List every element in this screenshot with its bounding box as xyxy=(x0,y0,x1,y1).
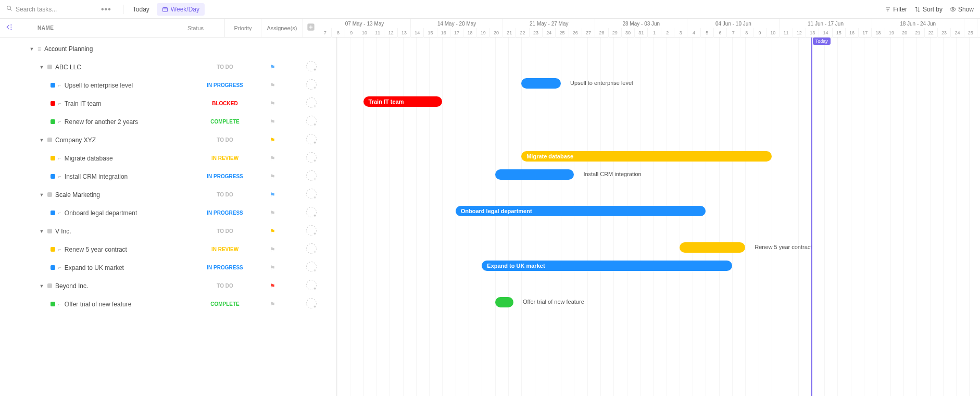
assignee-placeholder[interactable] xyxy=(306,207,317,217)
gantt-bar[interactable] xyxy=(521,78,561,89)
task-row[interactable]: ⌐ Migrate database IN REVIEW ⚑ xyxy=(0,149,336,167)
status-square[interactable] xyxy=(51,156,55,160)
status-square[interactable] xyxy=(47,229,52,233)
assignee-placeholder[interactable] xyxy=(306,116,317,126)
assignee-cell[interactable] xyxy=(291,134,332,146)
task-row[interactable]: ⌐ Expand to UK market IN PROGRESS ⚑ xyxy=(0,258,336,277)
gantt-bar[interactable]: Onboard legal department xyxy=(456,206,706,216)
status-cell[interactable]: IN PROGRESS xyxy=(196,82,254,88)
assignee-placeholder[interactable] xyxy=(306,262,317,272)
status-square[interactable] xyxy=(51,247,55,252)
assignee-cell[interactable] xyxy=(291,189,332,201)
status-square[interactable] xyxy=(51,101,55,106)
status-cell[interactable]: IN REVIEW xyxy=(196,155,254,161)
status-square[interactable] xyxy=(51,302,55,306)
task-row[interactable]: ⌐ Offer trial of new feature COMPLETE ⚑ xyxy=(0,295,336,313)
status-square[interactable] xyxy=(51,83,55,88)
assignee-cell[interactable] xyxy=(291,280,332,292)
assignee-cell[interactable] xyxy=(291,116,332,128)
search-input[interactable] xyxy=(16,6,83,13)
assignee-placeholder[interactable] xyxy=(306,225,317,236)
gantt-bar[interactable] xyxy=(495,297,513,307)
status-cell[interactable]: TO DO xyxy=(196,137,254,143)
assignee-cell[interactable] xyxy=(291,152,332,164)
priority-cell[interactable]: ⚑ xyxy=(254,301,291,308)
priority-cell[interactable]: ⚑ xyxy=(254,246,291,253)
flag-icon[interactable]: ⚑ xyxy=(270,100,275,107)
status-cell[interactable]: TO DO xyxy=(196,192,254,197)
priority-cell[interactable]: ⚑ xyxy=(254,264,291,271)
priority-cell[interactable]: ⚑ xyxy=(254,173,291,180)
status-square[interactable] xyxy=(47,283,52,288)
flag-icon[interactable]: ⚑ xyxy=(270,118,275,126)
status-cell[interactable]: COMPLETE xyxy=(196,301,254,307)
assignee-placeholder[interactable] xyxy=(306,189,317,199)
assignee-cell[interactable] xyxy=(291,298,332,310)
flag-icon[interactable]: ⚑ xyxy=(270,155,275,162)
assignee-cell[interactable] xyxy=(291,61,332,73)
flag-icon[interactable]: ⚑ xyxy=(270,137,275,144)
assignee-placeholder[interactable] xyxy=(306,61,317,71)
status-square[interactable] xyxy=(51,265,55,270)
priority-cell[interactable]: ⚑ xyxy=(254,191,291,199)
assignee-placeholder[interactable] xyxy=(306,97,317,108)
filter-button[interactable]: Filter xyxy=(885,6,907,13)
status-square[interactable] xyxy=(47,192,52,197)
assignee-placeholder[interactable] xyxy=(306,79,317,90)
caret-icon[interactable]: ▼ xyxy=(39,65,44,70)
priority-cell[interactable]: ⚑ xyxy=(254,137,291,144)
status-cell[interactable]: IN PROGRESS xyxy=(196,174,254,179)
assignee-cell[interactable] xyxy=(291,207,332,219)
today-button[interactable]: Today xyxy=(129,4,154,15)
priority-cell[interactable]: ⚑ xyxy=(254,155,291,162)
priority-cell[interactable]: ⚑ xyxy=(254,228,291,235)
task-row[interactable]: ⌐ Renew for another 2 years COMPLETE ⚑ xyxy=(0,113,336,131)
assignee-cell[interactable] xyxy=(291,170,332,182)
task-row[interactable]: ⌐ Renew 5 year contract IN REVIEW ⚑ xyxy=(0,240,336,258)
flag-icon[interactable]: ⚑ xyxy=(270,282,275,290)
show-button[interactable]: Show xyxy=(950,6,974,13)
gantt-bar[interactable]: Migrate database xyxy=(521,151,772,162)
flag-icon[interactable]: ⚑ xyxy=(270,82,275,89)
assignee-placeholder[interactable] xyxy=(306,243,317,254)
assignee-cell[interactable] xyxy=(291,97,332,109)
group-row[interactable]: ▼ V Inc. TO DO ⚑ xyxy=(0,222,336,240)
flag-icon[interactable]: ⚑ xyxy=(270,264,275,271)
priority-cell[interactable]: ⚑ xyxy=(254,82,291,89)
priority-cell[interactable]: ⚑ xyxy=(254,100,291,107)
status-cell[interactable]: TO DO xyxy=(196,283,254,289)
status-cell[interactable]: TO DO xyxy=(196,228,254,234)
assignee-placeholder[interactable] xyxy=(306,280,317,290)
status-cell[interactable]: IN PROGRESS xyxy=(196,210,254,216)
group-row[interactable]: ▼ Beyond Inc. TO DO ⚑ xyxy=(0,277,336,295)
gantt-timeline[interactable]: Today Upsell to enterprise levelTrain IT… xyxy=(337,38,980,396)
status-square[interactable] xyxy=(47,138,52,142)
priority-cell[interactable]: ⚑ xyxy=(254,64,291,71)
assignee-cell[interactable] xyxy=(291,225,332,237)
caret-icon[interactable]: ▼ xyxy=(39,229,44,234)
status-cell[interactable]: IN REVIEW xyxy=(196,246,254,252)
gantt-bar[interactable] xyxy=(495,169,574,180)
tree-root[interactable]: ▼ ≡ Account Planning xyxy=(0,40,336,58)
status-cell[interactable]: COMPLETE xyxy=(196,119,254,125)
flag-icon[interactable]: ⚑ xyxy=(270,246,275,253)
caret-icon[interactable]: ▼ xyxy=(39,283,44,289)
weekday-button[interactable]: Week/Day xyxy=(157,3,205,16)
collapse-sidebar-icon[interactable] xyxy=(0,23,19,32)
assignee-placeholder[interactable] xyxy=(306,134,317,144)
caret-icon[interactable]: ▼ xyxy=(29,46,34,52)
group-row[interactable]: ▼ Scale Marketing TO DO ⚑ xyxy=(0,185,336,204)
gantt-bar[interactable]: Train IT team xyxy=(363,96,443,107)
assignee-placeholder[interactable] xyxy=(306,298,317,308)
task-row[interactable]: ⌐ Install CRM integration IN PROGRESS ⚑ xyxy=(0,167,336,185)
flag-icon[interactable]: ⚑ xyxy=(270,209,275,217)
assignee-cell[interactable] xyxy=(291,243,332,255)
gantt-bar[interactable]: Expand to UK market xyxy=(482,261,732,271)
status-square[interactable] xyxy=(51,174,55,179)
task-row[interactable]: ⌐ Train IT team BLOCKED ⚑ xyxy=(0,94,336,113)
assignee-placeholder[interactable] xyxy=(306,170,317,181)
caret-icon[interactable]: ▼ xyxy=(39,138,44,143)
sortby-button[interactable]: Sort by xyxy=(914,6,943,13)
task-row[interactable]: ⌐ Onboard legal department IN PROGRESS ⚑ xyxy=(0,204,336,222)
status-square[interactable] xyxy=(51,119,55,124)
